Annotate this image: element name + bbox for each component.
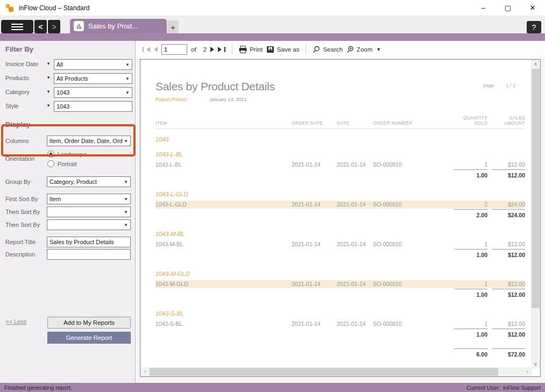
- zoom-icon: [346, 46, 354, 53]
- first-sort-label: First Sort By: [5, 196, 38, 202]
- report-table-header: ITEM ORDER DATE DATE ORDER NUMBER QUANTI…: [155, 115, 525, 129]
- products-caret-icon[interactable]: ▼: [46, 75, 51, 80]
- report-group-header: 1043-L-BL: [155, 151, 525, 158]
- scroll-down-icon[interactable]: ∨: [531, 361, 540, 367]
- group-by-label: Group By: [5, 179, 30, 185]
- report-table-groups: 1043-L-BL1043-L-BL2021-01-142021-01-14SO…: [155, 151, 525, 359]
- chevron-down-icon: ▼: [124, 210, 128, 215]
- save-as-button[interactable]: Save as: [266, 46, 300, 53]
- report-group-header: 1043-M-BL: [155, 231, 525, 237]
- report-table-row: 1043-M-BL2021-01-142021-01-14SO-0000101$…: [155, 240, 525, 248]
- vertical-scrollbar[interactable]: ∧ ∨: [531, 60, 540, 368]
- chevron-down-icon: ▼: [125, 90, 130, 95]
- products-label: Products: [5, 75, 29, 81]
- products-select[interactable]: All Products▼: [54, 73, 132, 84]
- columns-select[interactable]: Item, Order Date, Date, Orde▼: [47, 136, 131, 146]
- title-bar: inFlow Cloud – Standard – ▢ ✕: [0, 0, 545, 16]
- description-input[interactable]: [47, 249, 131, 260]
- report-title-input[interactable]: [47, 237, 131, 247]
- printed-date: January 14, 2021: [209, 97, 247, 102]
- then-sort-select[interactable]: ▼: [47, 206, 131, 217]
- page-number-input[interactable]: [161, 44, 187, 55]
- maximize-button[interactable]: ▢: [496, 0, 520, 16]
- help-button[interactable]: ?: [527, 21, 541, 33]
- report-grand-total-row: 6.00$72.00: [155, 348, 525, 359]
- inflow-logo-icon: [5, 4, 14, 12]
- report-page: page1 / 2 Sales by Product Details Repor…: [155, 80, 525, 359]
- zoom-caret-icon: ▼: [376, 47, 381, 52]
- invoice-date-select[interactable]: All▼: [54, 59, 132, 70]
- back-button[interactable]: <: [34, 20, 47, 33]
- new-tab-button[interactable]: +: [167, 20, 179, 33]
- search-icon: [313, 46, 320, 53]
- invoice-date-caret-icon[interactable]: ▼: [46, 61, 51, 66]
- orientation-label: Orientation: [5, 155, 34, 162]
- window-title: inFlow Cloud – Standard: [19, 4, 89, 12]
- report-title-label: Report Title: [5, 239, 36, 245]
- report-subtotal-row: 1.00$12.00: [155, 169, 525, 180]
- report-table-row: 1043-L-GLD2021-01-142021-01-14SO-0000102…: [155, 201, 525, 209]
- invoice-date-label: Invoice Date: [5, 61, 38, 67]
- report-table-row: 1043-M-GLD2021-01-142021-01-14SO-0000101…: [155, 280, 525, 288]
- display-heading: Display: [5, 120, 30, 129]
- current-user-value: inFlow Support: [503, 384, 541, 391]
- columns-label: Columns: [5, 138, 29, 144]
- chevron-down-icon: ▼: [124, 197, 128, 202]
- less-link[interactable]: << Less: [5, 318, 26, 325]
- scroll-right-icon[interactable]: ›: [523, 369, 532, 374]
- print-button[interactable]: Print: [239, 46, 263, 53]
- scroll-up-icon[interactable]: ∧: [531, 61, 540, 67]
- printed-label: Report Printed :: [155, 97, 209, 102]
- report-table-row: 1043-L-BL2021-01-142021-01-14SO-0000101$…: [155, 161, 525, 169]
- prev-page-button[interactable]: [154, 47, 158, 52]
- scroll-left-icon[interactable]: ‹: [140, 369, 150, 374]
- report-subtotal-row: 1.00$12.00: [155, 329, 525, 339]
- first-sort-select[interactable]: Item▼: [47, 194, 131, 204]
- close-button[interactable]: ✕: [520, 0, 545, 16]
- report-subtotal-row: 2.00$24.00: [155, 209, 525, 219]
- radio-selected-icon: [47, 151, 54, 158]
- category-caret-icon[interactable]: ▼: [46, 89, 51, 94]
- style-input[interactable]: [54, 101, 132, 112]
- report-group-header: 1043-S-BL: [155, 310, 525, 317]
- report-toolbar: of 2 Print Save as: [136, 41, 545, 58]
- next-page-button[interactable]: [210, 47, 214, 52]
- chevron-down-icon: ▼: [124, 180, 128, 184]
- landscape-radio[interactable]: Landscape: [47, 151, 87, 158]
- page-indicator: page1 / 2: [483, 83, 515, 88]
- forward-button[interactable]: >: [48, 20, 60, 33]
- last-page-button[interactable]: [218, 47, 225, 52]
- vertical-scroll-thumb[interactable]: [532, 69, 540, 308]
- minimize-button[interactable]: –: [471, 0, 496, 16]
- tab-sales-by-product[interactable]: Sales by Prod...: [70, 19, 167, 33]
- horizontal-scroll-thumb[interactable]: [150, 368, 498, 376]
- report-group-header: 1043-M-GLD: [155, 270, 525, 277]
- chevron-down-icon: ▼: [124, 139, 128, 144]
- chevron-down-icon: ▼: [124, 223, 128, 227]
- generate-report-button[interactable]: Generate Report: [47, 332, 131, 344]
- then-sort2-select[interactable]: ▼: [47, 219, 131, 230]
- report-chart-icon: [74, 21, 84, 31]
- zoom-button[interactable]: Zoom ▼: [346, 46, 381, 53]
- chevron-down-icon: ▼: [125, 62, 130, 67]
- status-bar: Finished generating report. Current User…: [0, 383, 545, 392]
- portrait-radio[interactable]: Portrait: [47, 160, 76, 167]
- then-sort2-label: Then Sort By: [5, 222, 40, 228]
- tab-label: Sales by Prod...: [88, 22, 138, 30]
- category-select[interactable]: 1043▼: [54, 87, 132, 98]
- current-user-label: Current User:: [466, 384, 500, 391]
- then-sort-label: Then Sort By: [5, 209, 40, 215]
- report-options-sidebar: Filter By Invoice Date ▼ All▼ Products ▼…: [0, 41, 136, 383]
- style-caret-icon[interactable]: ▼: [46, 103, 51, 108]
- hamburger-menu-button[interactable]: [1, 20, 33, 33]
- report-table-row: 1043-S-BL2021-01-142021-01-14SO-0000101$…: [155, 320, 525, 328]
- group-by-select[interactable]: Category, Product▼: [47, 176, 131, 187]
- tab-bar: < > Sales by Prod... + ?: [0, 16, 545, 33]
- add-to-my-reports-button[interactable]: Add to My Reports: [47, 317, 131, 329]
- print-icon: [239, 46, 247, 53]
- first-page-button[interactable]: [143, 47, 150, 52]
- page-count: of 2: [191, 46, 207, 53]
- horizontal-scrollbar[interactable]: ‹ ›: [140, 367, 532, 376]
- search-button[interactable]: Search: [313, 46, 342, 53]
- status-message: Finished generating report.: [4, 384, 72, 391]
